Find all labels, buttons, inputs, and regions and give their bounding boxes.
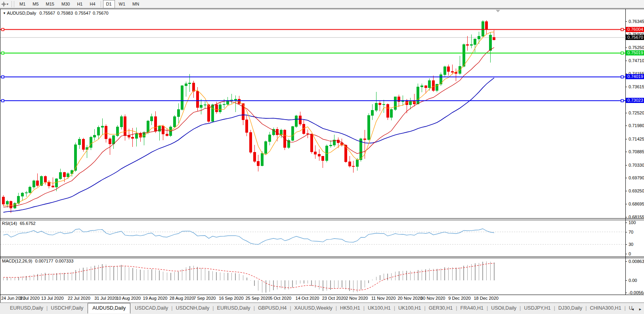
tab-xauusd-weekly[interactable]: XAUUSD,Weekly <box>290 303 336 313</box>
tab-usdcnh-daily[interactable]: USDCNH,Daily <box>172 303 214 313</box>
price-tick-label: 0.75250 <box>629 45 644 50</box>
toolbar-grip[interactable] <box>11 1 14 7</box>
ohlc-open: 0.75567 <box>39 11 55 15</box>
chart-symbol-label: AUDUSD,Daily <box>7 11 36 15</box>
timeframe-toolbar: ▾ M1M5M15M30H1H4D1W1MN <box>0 0 644 8</box>
macd-tick-label: 0.00 <box>629 278 637 283</box>
tab-usdcad-daily[interactable]: USDCAD,Daily <box>130 303 172 313</box>
tab-fra40-h1[interactable]: FRA40,H1 <box>456 303 488 313</box>
price-tick <box>625 191 627 191</box>
rsi-tick-label: 0 <box>629 251 631 256</box>
hline-marker <box>621 52 623 54</box>
price-tick <box>625 217 627 217</box>
macd-signal-value: 0.007333 <box>55 259 73 263</box>
ohlc-close: 0.75670 <box>93 11 109 15</box>
macd-main-value: 0.007177 <box>35 259 53 263</box>
moving-average-13 <box>4 48 494 207</box>
date-label: 14 Oct 2020 <box>296 296 319 301</box>
rsi-tick-label: 70 <box>629 230 633 234</box>
tab-dj30-daily[interactable]: DJ30,Daily <box>554 303 587 313</box>
tab-scroll-left-icon[interactable]: ◄ <box>630 306 636 312</box>
chart-header: ▼ AUDUSD,Daily 0.75567 0.75983 0.75547 0… <box>3 11 109 15</box>
tab-usdjpy-h1[interactable]: USDJPY,H1 <box>520 303 555 313</box>
macd-tick <box>625 293 627 293</box>
chart-shift-marker-icon <box>496 10 500 12</box>
tab-uk100-h1[interactable]: UK100,H1 <box>363 303 395 313</box>
date-label: 16 Sep 2020 <box>219 296 243 301</box>
macd-tick-label: -0.005641 <box>629 290 644 295</box>
date-label: 18 Dec 2020 <box>474 296 498 301</box>
timeframe-button-h1[interactable]: H1 <box>74 0 86 8</box>
price-tick-label: 0.68155 <box>629 215 644 219</box>
price-tick-label: 0.70330 <box>629 163 644 167</box>
price-line-label: 0.76004 <box>626 27 644 32</box>
date-label: 20 Nov 2020 <box>397 296 422 301</box>
timeframe-button-mn[interactable]: MN <box>129 0 142 8</box>
tab-ger30-h1[interactable]: GER30,H1 <box>424 303 457 313</box>
tab-eurusd-daily[interactable]: EURUSD,Daily <box>6 303 48 313</box>
rsi-value: 65.6752 <box>20 221 36 226</box>
toolbar-separator <box>101 1 101 7</box>
timeframe-button-h4[interactable]: H4 <box>86 0 98 8</box>
hline-marker <box>2 76 4 78</box>
timeframe-button-m5[interactable]: M5 <box>29 0 42 8</box>
hline-marker <box>621 29 623 31</box>
tab-scroll-right-icon[interactable]: ► <box>637 306 643 312</box>
timeframe-button-m1[interactable]: M1 <box>16 0 29 8</box>
date-label: 2 Nov 2020 <box>346 296 368 301</box>
price-tick <box>625 21 627 22</box>
price-tick <box>625 48 627 48</box>
rsi-plot[interactable] <box>0 220 626 257</box>
tab-eurusd-daily[interactable]: EURUSD,Daily <box>213 303 255 313</box>
hline-marker <box>2 52 4 54</box>
macd-signal-line <box>4 263 494 290</box>
tab-uk100-h1[interactable]: UK100,H1 <box>394 303 426 313</box>
tab-usoil-daily[interactable]: USOil,Daily <box>487 303 521 313</box>
collapse-caret-icon[interactable]: ▼ <box>3 11 6 15</box>
date-label: 7 Sep 2020 <box>193 296 216 301</box>
price-tick-label: 0.70885 <box>629 149 644 154</box>
price-tick-label: 0.71425 <box>629 137 644 141</box>
timeframe-button-m15[interactable]: M15 <box>43 0 57 8</box>
price-tick <box>625 87 627 87</box>
chevron-down-icon[interactable]: ▾ <box>7 2 8 6</box>
date-label: 3 Jul 2020 <box>19 296 40 301</box>
tab-hk50-h1[interactable]: HK50,H1 <box>336 303 365 313</box>
tab-china300-h1[interactable]: CHINA300,H1 <box>585 303 625 313</box>
main-chart-plot[interactable] <box>0 9 626 218</box>
ohlc-low: 0.75547 <box>75 11 91 15</box>
price-tick-label: 0.74710 <box>629 58 644 63</box>
macd-tick-label: 0.008633 <box>629 259 644 264</box>
price-tick <box>625 113 627 113</box>
date-label: 19 Aug 2020 <box>143 296 168 301</box>
timeframe-button-d1[interactable]: D1 <box>103 0 115 8</box>
price-line-label: 0.73023 <box>626 98 644 103</box>
macd-plot[interactable] <box>0 258 626 295</box>
price-tick-label: 0.69250 <box>629 188 644 193</box>
price-tick-label: 0.68695 <box>629 202 644 206</box>
date-label: 31 Jul 2020 <box>94 296 117 301</box>
tab-audusd-daily[interactable]: AUDUSD,Daily <box>88 303 130 314</box>
main-rsi-separator-a[interactable] <box>0 218 644 219</box>
crosshair-tool-button[interactable]: ▾ <box>0 2 11 7</box>
macd-tick <box>625 261 627 262</box>
macd-histogram <box>4 261 494 293</box>
price-line-label: 0.75670 <box>626 35 644 40</box>
price-tick <box>625 61 627 61</box>
macd-bottom-border <box>0 295 644 295</box>
price-tick-label: 0.76345 <box>629 19 644 24</box>
rsi-tick-label: 100 <box>629 220 636 225</box>
date-label: 22 Jul 2020 <box>68 296 90 301</box>
timeframe-button-w1[interactable]: W1 <box>116 0 129 8</box>
macd-name: MACD(12,26,9) <box>2 259 32 263</box>
tab-gbpusd-h4[interactable]: GBPUSD,H4 <box>254 303 291 313</box>
price-tick <box>625 152 627 152</box>
timeframe-button-m30[interactable]: M30 <box>58 0 73 8</box>
rsi-tick <box>625 244 627 245</box>
date-label: 5 Oct 2020 <box>270 296 291 301</box>
hline-marker <box>2 29 4 31</box>
tab-usdchf-daily[interactable]: USDCHF,Daily <box>46 303 88 313</box>
price-tick <box>625 178 627 178</box>
macd-label: MACD(12,26,9) 0.007177 0.007333 <box>2 259 73 263</box>
rsi-line <box>4 229 494 245</box>
